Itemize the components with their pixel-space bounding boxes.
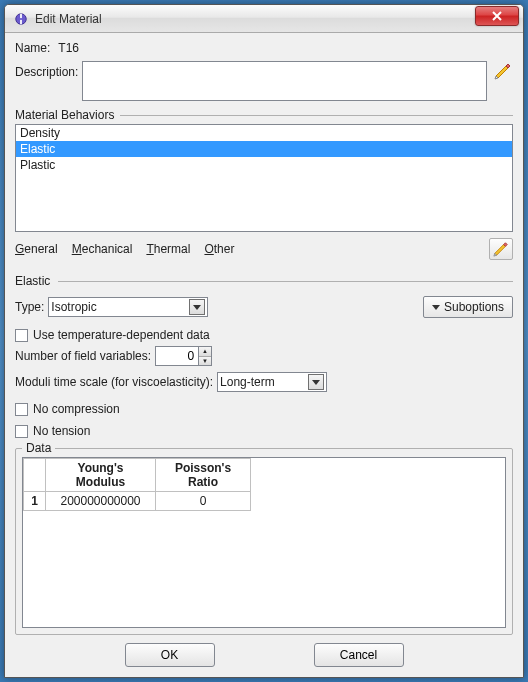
ok-button[interactable]: OK [125, 643, 215, 667]
description-row: Description: [15, 61, 513, 101]
cell-youngs-modulus[interactable]: 200000000000 [46, 492, 156, 511]
num-vars-input[interactable] [156, 347, 198, 365]
elastic-section-title: Elastic [15, 274, 513, 288]
cancel-button[interactable]: Cancel [314, 643, 404, 667]
edit-behavior-button[interactable] [489, 238, 513, 260]
name-value: T16 [58, 41, 79, 55]
header-poissons-ratio: Poisson'sRatio [156, 459, 251, 492]
data-group-label: Data [22, 441, 55, 455]
close-icon [492, 11, 502, 21]
edit-material-dialog: Edit Material Name: T16 Description: Mat… [4, 4, 524, 678]
name-label: Name: [15, 41, 50, 55]
behavior-list[interactable]: DensityElasticPlastic [15, 124, 513, 232]
spin-down-button[interactable]: ▼ [199, 357, 211, 366]
menu-general[interactable]: General [15, 242, 58, 256]
num-vars-label: Number of field variables: [15, 349, 151, 363]
data-table: Young'sModulus Poisson'sRatio 1200000000… [23, 458, 251, 511]
type-select[interactable]: Isotropic [48, 297, 208, 317]
window-title: Edit Material [35, 12, 475, 26]
type-label: Type: [15, 300, 44, 314]
svg-rect-1 [20, 13, 22, 17]
behavior-item[interactable]: Density [16, 125, 512, 141]
suboptions-button[interactable]: Suboptions [423, 296, 513, 318]
table-row: 12000000000000 [24, 492, 251, 511]
behavior-menubar: General Mechanical Thermal Other [15, 238, 513, 260]
row-index: 1 [24, 492, 46, 511]
use-temp-row: Use temperature-dependent data [15, 328, 513, 342]
moduli-select[interactable]: Long-term [217, 372, 327, 392]
data-table-wrap[interactable]: Young'sModulus Poisson'sRatio 1200000000… [22, 457, 506, 628]
use-temp-label: Use temperature-dependent data [33, 328, 210, 342]
no-compression-label: No compression [33, 402, 120, 416]
pencil-icon [493, 241, 509, 257]
no-tension-checkbox[interactable] [15, 425, 28, 438]
num-vars-spinner[interactable]: ▲ ▼ [155, 346, 212, 366]
pencil-icon [494, 62, 512, 80]
moduli-value: Long-term [220, 375, 275, 389]
description-label: Description: [15, 65, 78, 79]
data-group: Data Young'sModulus Poisson'sRatio 12000… [15, 448, 513, 635]
menu-mechanical[interactable]: Mechanical [72, 242, 133, 256]
no-compression-checkbox[interactable] [15, 403, 28, 416]
description-input[interactable] [82, 61, 487, 101]
titlebar: Edit Material [5, 5, 523, 33]
edit-description-button[interactable] [493, 61, 513, 81]
header-youngs-modulus: Young'sModulus [46, 459, 156, 492]
app-icon [13, 11, 29, 27]
close-button[interactable] [475, 6, 519, 26]
material-behaviors-label: Material Behaviors [15, 108, 120, 122]
dropdown-arrow-icon [189, 299, 205, 315]
use-temp-checkbox[interactable] [15, 329, 28, 342]
dropdown-arrow-icon [308, 374, 324, 390]
table-corner [24, 459, 46, 492]
dialog-content: Name: T16 Description: Material Behavior… [5, 33, 523, 677]
menu-other[interactable]: Other [204, 242, 234, 256]
spin-up-button[interactable]: ▲ [199, 347, 211, 357]
no-tension-label: No tension [33, 424, 90, 438]
cell-poissons-ratio[interactable]: 0 [156, 492, 251, 511]
menu-thermal[interactable]: Thermal [146, 242, 190, 256]
chevron-down-icon [432, 305, 440, 310]
name-row: Name: T16 [15, 41, 513, 55]
material-behaviors-section: Material Behaviors DensityElasticPlastic… [15, 115, 513, 260]
type-row: Type: Isotropic Suboptions [15, 296, 513, 318]
behavior-item[interactable]: Plastic [16, 157, 512, 173]
no-compression-row: No compression [15, 402, 513, 416]
no-tension-row: No tension [15, 424, 513, 438]
behavior-item[interactable]: Elastic [16, 141, 512, 157]
moduli-label: Moduli time scale (for viscoelasticity): [15, 375, 213, 389]
moduli-row: Moduli time scale (for viscoelasticity):… [15, 372, 513, 392]
svg-rect-2 [20, 19, 22, 23]
dialog-button-row: OK Cancel [15, 635, 513, 671]
num-vars-row: Number of field variables: ▲ ▼ [15, 346, 513, 366]
type-value: Isotropic [51, 300, 96, 314]
